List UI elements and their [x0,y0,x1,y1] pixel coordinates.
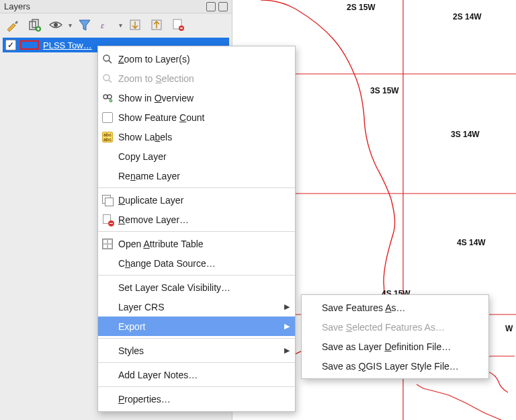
menu-item-label: Copy Layer [118,151,277,162]
toggle-visibility-icon[interactable] [47,16,64,34]
menu-show-feature-count[interactable]: Show Feature Count [98,108,295,127]
table-icon [101,237,114,251]
duplicate-icon [101,194,114,207]
menu-separator [98,275,295,276]
menu-item-label: Rename Layer [118,171,277,181]
remove-layer-icon[interactable] [169,16,187,34]
menu-separator [98,187,295,188]
zoom-icon [101,52,114,66]
menu-rename-layer[interactable]: Rename Layer [98,166,295,185]
menu-item-label: Open Attribute Table [118,239,277,249]
remove-icon [101,213,114,226]
map-label: 2S 15W [347,3,376,12]
collapse-all-icon[interactable] [148,16,165,34]
labels-icon: abcabc [101,130,114,144]
menu-properties[interactable]: Properties… [98,389,295,409]
submenu-arrow-icon: ▶ [277,346,290,355]
menu-item-label: Remove Layer… [118,214,277,225]
menu-show-in-overview[interactable]: Show in Overview [98,88,295,108]
dropdown-caret-icon[interactable]: ▾ [119,22,122,29]
menu-item-label: Save Features As… [322,302,471,313]
submenu-save-layer-definition[interactable]: Save as Layer Definition File… [302,337,488,356]
menu-item-label: Show Labels [118,132,277,142]
dropdown-caret-icon[interactable]: ▾ [69,22,72,29]
menu-show-labels[interactable]: abcabc Show Labels [98,127,295,146]
menu-item-label: Layer CRS [118,302,277,312]
menu-duplicate-layer[interactable]: Duplicate Layer [98,190,295,210]
zoom-selection-icon [101,72,114,85]
svg-point-18 [103,95,108,99]
menu-separator [98,386,295,387]
expand-all-icon[interactable] [126,16,144,34]
layer-name-label: PLSS Tow… [43,40,92,50]
menu-styles[interactable]: Styles ▶ [98,341,295,360]
svg-rect-9 [180,28,183,29]
add-group-icon[interactable] [26,16,43,34]
menu-item-label: Duplicate Layer [118,195,277,206]
menu-separator [98,231,295,232]
menu-export[interactable]: Export ▶ [98,317,295,336]
map-label: 3S 15W [370,86,399,95]
layer-context-menu: Zoom to Layer(s) Zoom to Selection Show … [97,46,296,412]
menu-item-label: Zoom to Layer(s) [118,54,277,65]
checkbox-empty-icon [101,111,114,124]
menu-add-layer-notes[interactable]: Add Layer Notes… [98,365,295,384]
menu-item-label: Show Feature Count [118,112,277,123]
svg-point-19 [108,95,112,99]
submenu-save-qgis-style[interactable]: Save as QGIS Layer Style File… [302,356,488,376]
menu-item-label: Zoom to Selection [118,73,277,84]
panel-undock-icon[interactable] [206,2,216,11]
submenu-save-selected-features-as: Save Selected Features As… [302,317,488,337]
svg-point-16 [103,75,110,81]
filter-legend-icon[interactable] [76,16,93,34]
menu-item-label: Styles [118,345,277,356]
filter-expression-icon[interactable]: ε [97,16,115,34]
menu-item-label: Export [118,321,277,332]
export-submenu: Save Features As… Save Selected Features… [301,294,489,379]
submenu-save-features-as[interactable]: Save Features As… [302,298,488,317]
menu-item-label: Add Layer Notes… [118,370,277,380]
overview-icon [101,91,114,105]
menu-zoom-to-layers[interactable]: Zoom to Layer(s) [98,49,295,69]
map-label: 2S 14W [453,12,482,22]
menu-zoom-to-selection: Zoom to Selection [98,69,295,88]
submenu-arrow-icon: ▶ [277,302,290,311]
menu-item-label: Properties… [118,394,277,405]
menu-change-data-source[interactable]: Change Data Source… [98,253,295,273]
svg-text:ε: ε [101,20,105,30]
menu-layer-crs[interactable]: Layer CRS ▶ [98,297,295,317]
layers-panel-header: Layers [0,0,232,13]
menu-item-label: Save as Layer Definition File… [322,341,471,352]
submenu-arrow-icon: ▶ [277,322,290,331]
menu-item-label: Save Selected Features As… [322,322,471,333]
panel-close-icon[interactable] [218,2,228,11]
layer-style-swatch [20,40,39,50]
menu-item-label: Change Data Source… [118,258,277,269]
menu-remove-layer[interactable]: Remove Layer… [98,210,295,229]
layers-toolbar: ▾ ε ▾ [0,13,232,36]
menu-item-label: Set Layer Scale Visibility… [118,282,277,293]
svg-point-3 [54,23,58,27]
svg-point-14 [103,55,110,61]
map-label: 3S 14W [451,130,480,139]
layer-visibility-checkbox[interactable]: ✓ [5,40,16,50]
open-layer-styling-icon[interactable] [4,16,22,34]
svg-line-17 [109,80,112,83]
menu-set-layer-scale-visibility[interactable]: Set Layer Scale Visibility… [98,278,295,297]
menu-separator [98,338,295,339]
map-label: W [505,324,513,333]
menu-item-label: Save as QGIS Layer Style File… [322,361,471,372]
svg-line-15 [109,60,112,63]
menu-copy-layer[interactable]: Copy Layer [98,146,295,166]
menu-open-attribute-table[interactable]: Open Attribute Table [98,234,295,253]
map-label: 4S 14W [457,238,486,247]
menu-item-label: Show in Overview [118,93,277,103]
layers-panel-title: Layers [4,1,30,11]
menu-separator [98,362,295,363]
